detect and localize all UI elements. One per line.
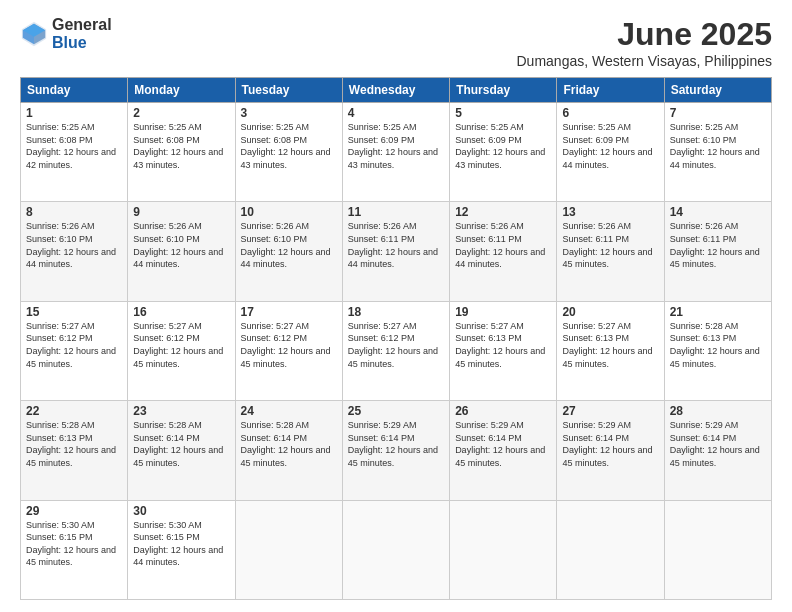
day-info: Sunrise: 5:25 AMSunset: 6:08 PMDaylight:… [241, 121, 337, 171]
day-info: Sunrise: 5:28 AMSunset: 6:14 PMDaylight:… [241, 419, 337, 469]
calendar-cell: 15Sunrise: 5:27 AMSunset: 6:12 PMDayligh… [21, 301, 128, 400]
day-number: 20 [562, 305, 658, 319]
day-number: 8 [26, 205, 122, 219]
day-number: 23 [133, 404, 229, 418]
day-info: Sunrise: 5:27 AMSunset: 6:12 PMDaylight:… [348, 320, 444, 370]
calendar-cell: 19Sunrise: 5:27 AMSunset: 6:13 PMDayligh… [450, 301, 557, 400]
day-number: 7 [670, 106, 766, 120]
day-info: Sunrise: 5:26 AMSunset: 6:11 PMDaylight:… [562, 220, 658, 270]
day-info: Sunrise: 5:25 AMSunset: 6:08 PMDaylight:… [26, 121, 122, 171]
day-number: 22 [26, 404, 122, 418]
calendar-cell: 24Sunrise: 5:28 AMSunset: 6:14 PMDayligh… [235, 401, 342, 500]
calendar-week-2: 8Sunrise: 5:26 AMSunset: 6:10 PMDaylight… [21, 202, 772, 301]
calendar-cell: 17Sunrise: 5:27 AMSunset: 6:12 PMDayligh… [235, 301, 342, 400]
calendar-cell: 5Sunrise: 5:25 AMSunset: 6:09 PMDaylight… [450, 103, 557, 202]
day-number: 2 [133, 106, 229, 120]
month-year: June 2025 [517, 16, 773, 53]
col-friday: Friday [557, 78, 664, 103]
logo-icon [20, 20, 48, 48]
calendar-cell: 29Sunrise: 5:30 AMSunset: 6:15 PMDayligh… [21, 500, 128, 599]
day-number: 24 [241, 404, 337, 418]
calendar-cell [450, 500, 557, 599]
calendar-week-3: 15Sunrise: 5:27 AMSunset: 6:12 PMDayligh… [21, 301, 772, 400]
day-info: Sunrise: 5:27 AMSunset: 6:13 PMDaylight:… [562, 320, 658, 370]
day-number: 11 [348, 205, 444, 219]
day-number: 9 [133, 205, 229, 219]
calendar-cell [557, 500, 664, 599]
calendar-table: Sunday Monday Tuesday Wednesday Thursday… [20, 77, 772, 600]
day-info: Sunrise: 5:28 AMSunset: 6:13 PMDaylight:… [670, 320, 766, 370]
calendar-cell: 2Sunrise: 5:25 AMSunset: 6:08 PMDaylight… [128, 103, 235, 202]
day-number: 26 [455, 404, 551, 418]
calendar-week-4: 22Sunrise: 5:28 AMSunset: 6:13 PMDayligh… [21, 401, 772, 500]
calendar-cell: 8Sunrise: 5:26 AMSunset: 6:10 PMDaylight… [21, 202, 128, 301]
title-block: June 2025 Dumangas, Western Visayas, Phi… [517, 16, 773, 69]
header: General Blue June 2025 Dumangas, Western… [20, 16, 772, 69]
logo-text: General Blue [52, 16, 112, 51]
day-info: Sunrise: 5:26 AMSunset: 6:10 PMDaylight:… [26, 220, 122, 270]
calendar-cell: 12Sunrise: 5:26 AMSunset: 6:11 PMDayligh… [450, 202, 557, 301]
day-number: 16 [133, 305, 229, 319]
calendar-cell: 27Sunrise: 5:29 AMSunset: 6:14 PMDayligh… [557, 401, 664, 500]
day-info: Sunrise: 5:27 AMSunset: 6:12 PMDaylight:… [133, 320, 229, 370]
day-info: Sunrise: 5:29 AMSunset: 6:14 PMDaylight:… [348, 419, 444, 469]
day-number: 17 [241, 305, 337, 319]
day-info: Sunrise: 5:29 AMSunset: 6:14 PMDaylight:… [455, 419, 551, 469]
day-info: Sunrise: 5:28 AMSunset: 6:14 PMDaylight:… [133, 419, 229, 469]
col-saturday: Saturday [664, 78, 771, 103]
calendar-cell [235, 500, 342, 599]
day-number: 3 [241, 106, 337, 120]
calendar-cell: 20Sunrise: 5:27 AMSunset: 6:13 PMDayligh… [557, 301, 664, 400]
location: Dumangas, Western Visayas, Philippines [517, 53, 773, 69]
day-info: Sunrise: 5:28 AMSunset: 6:13 PMDaylight:… [26, 419, 122, 469]
day-info: Sunrise: 5:25 AMSunset: 6:10 PMDaylight:… [670, 121, 766, 171]
calendar-week-5: 29Sunrise: 5:30 AMSunset: 6:15 PMDayligh… [21, 500, 772, 599]
calendar-cell: 16Sunrise: 5:27 AMSunset: 6:12 PMDayligh… [128, 301, 235, 400]
day-number: 28 [670, 404, 766, 418]
calendar-cell: 10Sunrise: 5:26 AMSunset: 6:10 PMDayligh… [235, 202, 342, 301]
col-wednesday: Wednesday [342, 78, 449, 103]
col-thursday: Thursday [450, 78, 557, 103]
calendar-week-1: 1Sunrise: 5:25 AMSunset: 6:08 PMDaylight… [21, 103, 772, 202]
day-number: 21 [670, 305, 766, 319]
calendar-cell [342, 500, 449, 599]
logo: General Blue [20, 16, 112, 51]
calendar-cell [664, 500, 771, 599]
calendar-cell: 14Sunrise: 5:26 AMSunset: 6:11 PMDayligh… [664, 202, 771, 301]
calendar-cell: 28Sunrise: 5:29 AMSunset: 6:14 PMDayligh… [664, 401, 771, 500]
calendar-cell: 4Sunrise: 5:25 AMSunset: 6:09 PMDaylight… [342, 103, 449, 202]
day-info: Sunrise: 5:25 AMSunset: 6:09 PMDaylight:… [562, 121, 658, 171]
col-tuesday: Tuesday [235, 78, 342, 103]
day-number: 4 [348, 106, 444, 120]
calendar-body: 1Sunrise: 5:25 AMSunset: 6:08 PMDaylight… [21, 103, 772, 600]
calendar-cell: 25Sunrise: 5:29 AMSunset: 6:14 PMDayligh… [342, 401, 449, 500]
day-info: Sunrise: 5:25 AMSunset: 6:09 PMDaylight:… [348, 121, 444, 171]
calendar-cell: 1Sunrise: 5:25 AMSunset: 6:08 PMDaylight… [21, 103, 128, 202]
calendar-cell: 3Sunrise: 5:25 AMSunset: 6:08 PMDaylight… [235, 103, 342, 202]
day-info: Sunrise: 5:26 AMSunset: 6:10 PMDaylight:… [133, 220, 229, 270]
calendar-cell: 9Sunrise: 5:26 AMSunset: 6:10 PMDaylight… [128, 202, 235, 301]
day-info: Sunrise: 5:30 AMSunset: 6:15 PMDaylight:… [26, 519, 122, 569]
day-number: 29 [26, 504, 122, 518]
calendar-cell: 13Sunrise: 5:26 AMSunset: 6:11 PMDayligh… [557, 202, 664, 301]
day-number: 5 [455, 106, 551, 120]
calendar-cell: 6Sunrise: 5:25 AMSunset: 6:09 PMDaylight… [557, 103, 664, 202]
calendar-cell: 22Sunrise: 5:28 AMSunset: 6:13 PMDayligh… [21, 401, 128, 500]
day-number: 27 [562, 404, 658, 418]
day-number: 10 [241, 205, 337, 219]
day-number: 13 [562, 205, 658, 219]
day-info: Sunrise: 5:26 AMSunset: 6:11 PMDaylight:… [670, 220, 766, 270]
day-info: Sunrise: 5:26 AMSunset: 6:11 PMDaylight:… [455, 220, 551, 270]
col-monday: Monday [128, 78, 235, 103]
day-number: 1 [26, 106, 122, 120]
calendar-cell: 21Sunrise: 5:28 AMSunset: 6:13 PMDayligh… [664, 301, 771, 400]
day-number: 19 [455, 305, 551, 319]
logo-general: General [52, 16, 112, 34]
day-number: 30 [133, 504, 229, 518]
day-info: Sunrise: 5:27 AMSunset: 6:13 PMDaylight:… [455, 320, 551, 370]
logo-blue: Blue [52, 34, 112, 52]
day-number: 25 [348, 404, 444, 418]
day-number: 14 [670, 205, 766, 219]
day-info: Sunrise: 5:27 AMSunset: 6:12 PMDaylight:… [26, 320, 122, 370]
day-number: 12 [455, 205, 551, 219]
